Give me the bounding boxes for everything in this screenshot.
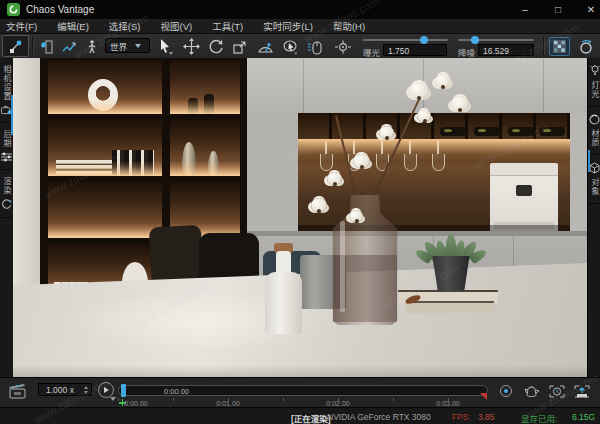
books-vertical [112,150,154,176]
render-output-button[interactable] [572,383,592,399]
cotton-puff [349,210,363,222]
walk-mode-button[interactable] [81,37,103,56]
exposure-slider[interactable] [363,39,448,41]
decor-shape [490,163,558,176]
playback-speed-value: 1.000 x [46,385,74,395]
close-button[interactable]: ✕ [576,0,600,19]
speed-stepper[interactable] [84,386,88,394]
fps-value: 3.85 [478,412,495,422]
menu-file[interactable]: 文件(F) [6,19,37,33]
walk-mode-icon [85,39,99,55]
camera-path-button[interactable] [58,37,80,56]
vram-label: 显存已用: [521,412,557,424]
silver-vase [208,151,219,176]
teapot-icon [523,384,541,398]
cotton-puff [409,82,429,99]
shelf-cell [48,60,162,114]
object-cube-icon [589,162,600,174]
silver-vase [182,142,196,176]
exposure-slider-handle[interactable] [420,36,428,44]
cotton-puff [451,96,469,111]
tab-materials[interactable]: 材质 [588,107,600,155]
menu-edit[interactable]: 编辑(E) [57,19,89,33]
title-bar: Chaos Vantage – □ ✕ [0,0,600,19]
mouse-sensitivity-button[interactable] [304,37,326,56]
fps-label: FPS: [452,412,471,422]
render-loop-button[interactable] [575,37,597,56]
scale-tool-button[interactable] [229,37,251,56]
cotton-puff [311,198,327,212]
minimize-button[interactable]: – [510,0,540,19]
denoise-input[interactable]: 16.529 [478,44,534,56]
status-bar: [正在渲染] NVIDIA GeForce RTX 3080 FPS: 3.85… [0,407,600,424]
move-tool-button[interactable] [180,37,202,56]
measure-tool-button[interactable] [254,37,276,56]
render-state-label: [正在渲染] [291,412,331,424]
succulent-plant [425,230,477,260]
transform-space-dropdown[interactable]: 世界 [105,38,150,53]
wine-bottle [539,127,565,136]
focus-pick-button[interactable] [332,37,354,56]
wall-section [247,113,298,233]
cotton-puff [379,126,394,139]
denoise-slider-handle[interactable] [471,36,479,44]
window-title: Chaos Vantage [26,4,94,15]
ring-sculpture [88,79,118,111]
exposure-input[interactable]: 1.750 [383,44,447,56]
render-viewport[interactable] [13,58,587,377]
right-panel-strip: 灯光 材质 对象 [587,58,600,377]
exposure-label: 曝光 [363,46,380,58]
scene-assets-button[interactable] [35,37,57,56]
menu-tools[interactable]: 工具(T) [212,19,243,33]
animation-clapper-button[interactable] [8,383,28,399]
menu-livesync[interactable]: 实时同步(L) [263,19,313,33]
dither-toggle-button[interactable] [549,37,570,56]
tab-render[interactable]: 渲染 [0,170,13,218]
play-button[interactable] [98,382,114,398]
shelf-cell [170,120,240,176]
shelf-cell [170,60,240,114]
playback-speed-input[interactable]: 1.000 x [38,383,92,396]
tab-lights-label: 灯光 [589,81,600,99]
record-dot-icon [504,389,508,393]
sequencer-tool-button[interactable] [2,35,29,57]
chevron-down-icon [135,44,141,48]
wine-bottle [508,127,534,136]
stepper-up-icon[interactable] [84,386,88,389]
snapshot-timer-button[interactable] [547,383,567,399]
tab-objects-label: 对象 [589,178,600,196]
orbit-tool-button[interactable] [279,37,301,56]
wine-bottle [474,127,500,136]
maximize-button[interactable]: □ [543,0,573,19]
menu-select[interactable]: 选择(S) [109,19,141,33]
select-cursor-icon [157,38,173,55]
wall-section [570,113,587,233]
wine-glass [430,141,446,179]
menu-help[interactable]: 帮助(H) [333,19,365,33]
rotate-tool-button[interactable] [205,37,227,56]
tab-lights[interactable]: 灯光 [588,58,600,107]
scene-assets-icon [38,39,54,55]
cabinet-seam [303,58,304,113]
scale-icon [232,39,248,55]
record-button[interactable] [500,385,512,397]
render-teapot-button[interactable] [522,383,542,399]
loop-icon [578,39,594,55]
toolbar-separator [32,37,34,55]
camera-clock-icon [548,384,566,399]
denoise-label: 降噪 [458,46,475,58]
denoise-slider[interactable] [458,39,534,41]
ruler-tick-label: 0:01.00 [206,400,250,407]
gpu-name-label: NVIDIA GeForce RTX 3080 [327,412,431,422]
menu-view[interactable]: 视图(V) [160,19,192,33]
select-tool-button[interactable] [154,37,176,56]
vram-value: 6.15G [572,412,595,422]
timeline-track[interactable]: 0:00.00 [118,385,488,396]
light-icon [590,65,600,77]
stepper-down-icon[interactable] [84,391,88,394]
toolbar-separator [543,37,545,55]
rotate-icon [208,39,224,55]
playhead[interactable] [121,384,126,397]
wine-glass [402,141,418,179]
focus-target-icon [334,40,352,54]
